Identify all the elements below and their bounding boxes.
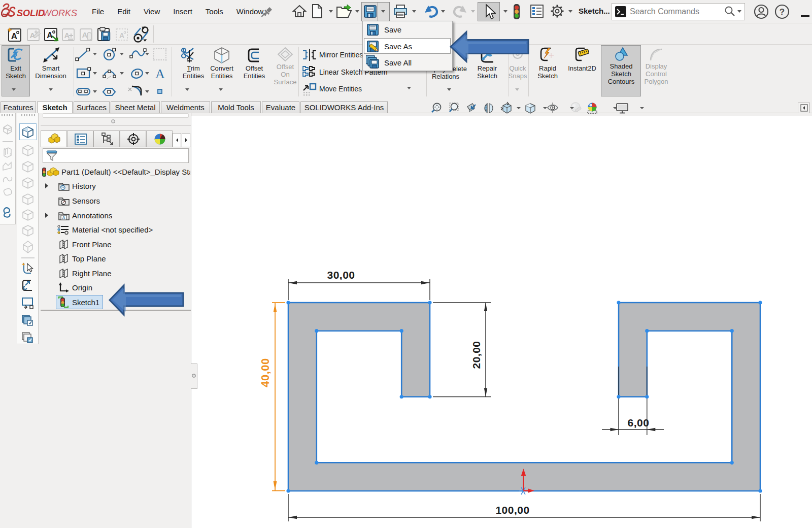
svg-text:100,00: 100,00 xyxy=(495,504,529,516)
svg-text:40,00: 40,00 xyxy=(259,358,272,387)
svg-text:30,00: 30,00 xyxy=(327,269,355,281)
svg-text:6,00: 6,00 xyxy=(628,417,650,428)
svg-text:20,00: 20,00 xyxy=(470,341,482,369)
